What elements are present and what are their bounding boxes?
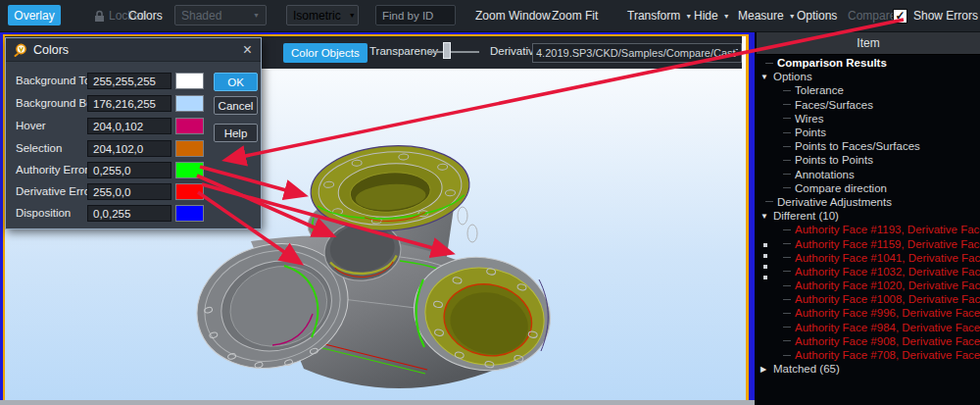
zoom-window-button[interactable]: Zoom Window [475,0,551,31]
row-label: Derivative Error [16,185,94,197]
tree-item[interactable]: Authority Face #1041, Derivative Face #1… [757,251,980,265]
render-mode-dropdown[interactable]: Shaded ▼ [174,5,267,25]
zoom-fit-button[interactable]: Zoom Fit [552,0,598,31]
tree-item[interactable]: Points to Points [757,153,980,167]
show-errors-label: Show Errors [913,9,978,23]
tree-item[interactable]: ▶Matched (65) [757,362,980,376]
tree-item-label: Wires [795,113,823,125]
dialog-row: Authority Error 0,255,0 [6,162,261,178]
tree-item[interactable]: Authority Face #984, Derivative Face #98… [757,321,980,334]
tree-item-label: Authority Face #1159, Derivative Face #1… [795,238,980,250]
tree-item[interactable]: Authority Face #708, Derivative Face #70… [757,348,980,362]
tree-item-label: Authority Face #908, Derivative Face #90… [795,335,980,347]
transform-label: Transform [627,9,680,23]
tree-item-label: Authority Face #984, Derivative Face #98… [795,322,980,333]
ok-button[interactable]: OK [214,73,258,91]
tree-item-label: Points to Faces/Surfaces [795,140,920,152]
tree-item-label: Authority Face #1193, Derivative Face #1… [795,224,980,235]
lock-icon [94,10,105,23]
tree-item-label: Different (10) [773,210,839,222]
color-objects-button[interactable]: Color Objects [283,43,368,63]
tree-item-label: Authority Face #1020, Derivative Face #1… [795,279,980,291]
tree-item[interactable]: Authority Face #1032, Derivative Face #1… [757,265,980,278]
comparison-tree-panel: Item Comparison Results▼OptionsTolerance… [755,31,980,405]
chevron-down-icon: ▼ [789,13,796,20]
checkbox-checked-icon[interactable]: ✓ [893,9,907,24]
cancel-button[interactable]: Cancel [214,96,258,115]
tree-item[interactable]: Authority Face #1193, Derivative Face #1… [757,223,980,236]
rgb-value-field[interactable]: 0,255,0 [87,162,172,178]
dialog-row: Derivative Error 255,0,0 [6,183,261,200]
tree-item[interactable]: Points to Faces/Surfaces [757,139,980,153]
tree-item[interactable]: Faces/Surfaces [757,98,980,112]
tree-item[interactable]: Authority Face #1159, Derivative Face #1… [757,236,980,250]
hide-label: Hide [694,9,718,23]
comparison-tree: Comparison Results▼OptionsToleranceFaces… [757,56,980,405]
view-mode-dropdown[interactable]: Isometric ▼ [286,5,359,25]
tree-item-label: Authority Face #1032, Derivative Face #1… [795,266,980,278]
color-swatch[interactable] [175,162,204,178]
dialog-row: Selection 204,102,0 [6,140,261,157]
color-swatch[interactable] [175,118,204,134]
row-label: Background Top [16,75,97,86]
row-label: Hover [16,120,46,131]
transparency-slider-thumb[interactable] [443,42,451,59]
tree-item[interactable]: Tolerance [757,83,980,97]
rgb-value-field[interactable]: 204,102,0 [87,140,172,157]
tree-item[interactable]: Derivative Adjustments [757,195,980,209]
colors-dialog-titlebar[interactable]: Colors × [6,38,261,62]
color-swatch[interactable] [175,205,204,222]
tree-item[interactable]: Authority Face #996, Derivative Face #99… [757,306,980,320]
rgb-value-field[interactable]: 204,0,102 [87,118,172,134]
tree-item[interactable]: Authority Face #1020, Derivative Face #1… [757,278,980,292]
main-toolbar: Overlay Locked Colors Shaded ▼ Isometric… [0,0,980,32]
chevron-down-icon: ▼ [723,13,730,20]
tree-item[interactable]: Authority Face #1008, Derivative Face #1… [757,292,980,306]
tree-item[interactable]: ▼Options [757,70,980,83]
transform-menu[interactable]: Transform ▼ [627,0,692,31]
rgb-value-field[interactable]: 255,255,255 [87,73,172,89]
tree-item-label: Authority Face #1008, Derivative Face #1… [795,293,980,305]
show-errors-toggle[interactable]: ✓ Show Errors [893,0,978,31]
close-icon[interactable]: × [243,40,252,60]
tree-item-label: Authority Face #708, Derivative Face #70… [795,349,980,361]
tree-item[interactable]: ▼Different (10) [757,209,980,223]
options-button[interactable]: Options [797,0,837,31]
collapse-icon[interactable]: ▼ [760,212,773,221]
color-swatch[interactable] [175,140,204,157]
compare-button: Compare [848,0,896,31]
hide-menu[interactable]: Hide ▼ [694,0,730,31]
expand-icon[interactable]: ▶ [760,365,773,374]
measure-menu[interactable]: Measure ▼ [738,0,796,31]
tree-item[interactable]: Points [757,126,980,139]
rgb-value-field[interactable]: 255,0,0 [87,183,172,200]
render-mode-value: Shaded [181,9,221,23]
dialog-row: Disposition 0,0,255 [6,205,261,222]
row-label: Selection [16,142,62,154]
tree-item-label: Derivative Adjustments [777,196,892,208]
help-button[interactable]: Help [214,124,258,142]
tree-item[interactable]: Authority Face #908, Derivative Face #90… [757,334,980,348]
row-label: Authority Error [16,164,88,176]
tree-item[interactable]: Wires [757,112,980,126]
rgb-value-field[interactable]: 0,0,255 [87,205,172,222]
tree-item[interactable]: Annotations [757,168,980,181]
color-swatch[interactable] [175,95,204,112]
collapse-icon[interactable]: ▼ [760,73,773,81]
tree-item[interactable]: Comparison Results [757,56,980,70]
rgb-value-field[interactable]: 176,216,255 [87,95,172,112]
measure-label: Measure [738,9,784,23]
transparency-slider-track[interactable] [428,51,479,53]
tree-item-label: Annotations [795,169,855,180]
view-mode-value: Isometric [293,9,341,23]
colors-dialog: Colors × Background Top 255,255,255 Back… [5,37,262,229]
find-by-id-input[interactable] [375,5,456,25]
overlay-button[interactable]: Overlay [8,5,61,25]
tree-column-header[interactable]: Item [757,32,980,55]
panel-splitter-handle[interactable] [762,243,768,288]
colors-button[interactable]: Colors [128,0,163,31]
derivative-path-field[interactable] [532,43,742,63]
color-swatch[interactable] [175,183,204,200]
tree-item[interactable]: Compare direction [757,181,980,195]
color-swatch[interactable] [175,73,204,89]
